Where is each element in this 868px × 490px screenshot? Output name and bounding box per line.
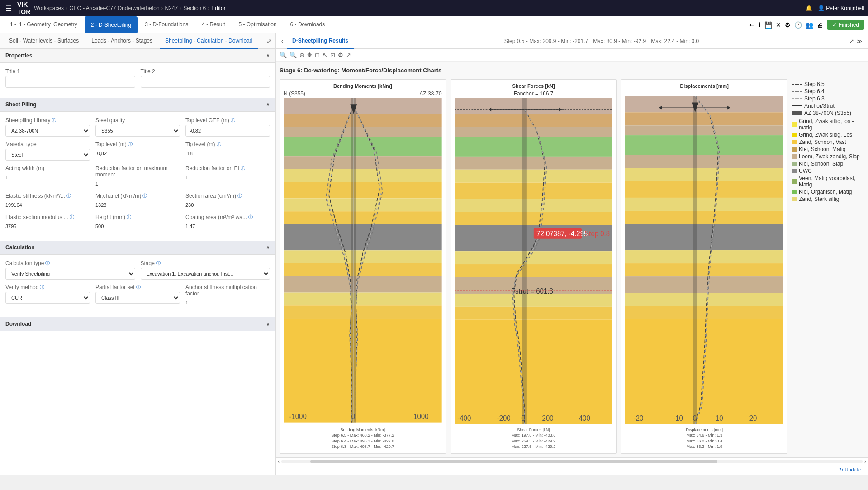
- zoom-reset-icon[interactable]: ⊕: [299, 52, 304, 58]
- tab-geometry[interactable]: 1 - 1 - GeometryGeometry: [4, 16, 84, 33]
- hamburger-icon[interactable]: ☰: [4, 2, 14, 14]
- elastic-section-mod-info[interactable]: ⓘ: [70, 214, 74, 220]
- right-expand-icon[interactable]: ⤢: [849, 38, 854, 44]
- breadcrumb-n247[interactable]: N247: [165, 5, 178, 11]
- scroll-right-icon[interactable]: ›: [864, 458, 866, 465]
- sheetpiling-content: Sheetpiling Library ⓘ AZ 38-700N Steel q…: [0, 112, 275, 241]
- right-nav-prev[interactable]: ‹: [281, 38, 283, 44]
- title2-field: Title 2: [141, 68, 270, 88]
- material-type-select[interactable]: Steel: [5, 149, 90, 161]
- tab-result[interactable]: 4 - Result: [195, 16, 231, 33]
- mr-charel-info[interactable]: ⓘ: [142, 193, 147, 199]
- subtab-sheetpiling[interactable]: Sheetpiling - Calculation - Download: [160, 33, 258, 49]
- refresh-icon[interactable]: ↩: [749, 21, 755, 29]
- settings-icon[interactable]: ⚙: [785, 21, 791, 29]
- zoom-minus-icon[interactable]: 🔍: [289, 52, 297, 58]
- download-toggle[interactable]: ∨: [266, 321, 270, 327]
- horizontal-scrollbar[interactable]: ‹ ›: [276, 457, 868, 465]
- top-nav: ☰ VIKTOR Workspaces › GEO - Arcadie-C77 …: [0, 0, 868, 16]
- svg-rect-65: [625, 263, 783, 276]
- section-area-info[interactable]: ⓘ: [237, 193, 242, 199]
- library-info-icon[interactable]: ⓘ: [52, 117, 56, 124]
- partial-factor-select[interactable]: Class III: [95, 292, 180, 304]
- bm-stats: Bending Moments [kNm] Step 6.5 - Max: 46…: [284, 427, 442, 450]
- legend-klei-matig: Klei, Schoon, Matig: [792, 146, 864, 152]
- nav-right: 🔔 👤 Peter Konijnbelt: [806, 5, 864, 11]
- calc-type-info[interactable]: ⓘ: [45, 260, 50, 266]
- partial-factor-info[interactable]: ⓘ: [136, 284, 141, 290]
- export-icon[interactable]: ↗: [346, 52, 351, 58]
- scroll-thumb[interactable]: [310, 460, 717, 463]
- tip-level-info[interactable]: ⓘ: [217, 141, 221, 147]
- pan-icon[interactable]: ✥: [307, 52, 312, 58]
- top-level-info[interactable]: ⓘ: [128, 141, 133, 147]
- verify-method-select[interactable]: CUR: [5, 292, 90, 304]
- tab-downloads[interactable]: 6 - Downloads: [284, 16, 332, 33]
- top-level-gef-info[interactable]: ⓘ: [231, 117, 235, 124]
- finished-button[interactable]: ✓ Finished: [827, 20, 864, 30]
- elastic-stiffness-value: 199164: [5, 200, 90, 209]
- subtab-soil[interactable]: Soil - Water levels - Surfaces: [4, 33, 84, 49]
- stage-select[interactable]: Excavation 1, Excavation anchor, Inst...: [141, 268, 270, 280]
- expand-icon[interactable]: ⤢: [266, 38, 272, 45]
- sheetpiling-toggle[interactable]: ∧: [266, 101, 270, 108]
- tab-d-foundations[interactable]: 3 - D-Foundations: [138, 16, 194, 33]
- history-icon[interactable]: 🕐: [794, 21, 802, 29]
- cursor-icon[interactable]: ↖: [323, 52, 327, 58]
- verify-method-info[interactable]: ⓘ: [40, 284, 44, 290]
- scroll-left-icon[interactable]: ‹: [278, 458, 280, 465]
- snap-icon[interactable]: ⊡: [330, 52, 335, 58]
- elastic-stiffness-info[interactable]: ⓘ: [66, 193, 71, 199]
- properties-section-header[interactable]: Properties ∧: [0, 49, 275, 63]
- download-section-header[interactable]: Download ∨: [0, 317, 275, 331]
- notifications-icon[interactable]: 🔔: [806, 5, 812, 11]
- library-select[interactable]: AZ 38-700N: [5, 125, 90, 137]
- reduction-ei-info[interactable]: ⓘ: [241, 165, 245, 171]
- height-info[interactable]: ⓘ: [127, 214, 131, 220]
- svg-rect-11: [284, 263, 442, 276]
- subtab-loads[interactable]: Loads - Anchors - Stages: [86, 33, 158, 49]
- title2-input[interactable]: [141, 76, 270, 88]
- calculation-section-header[interactable]: Calculation ∧: [0, 241, 275, 255]
- svg-rect-2: [284, 127, 442, 137]
- stage-info[interactable]: ⓘ: [156, 260, 161, 266]
- user-avatar[interactable]: 👤 Peter Konijnbelt: [818, 5, 864, 11]
- info-icon[interactable]: ℹ: [759, 21, 761, 29]
- svg-rect-33: [455, 251, 613, 264]
- scroll-track[interactable]: [281, 460, 863, 463]
- breadcrumb-workspaces[interactable]: Workspaces: [34, 5, 64, 11]
- select-icon[interactable]: ◻: [315, 52, 320, 58]
- delete-icon[interactable]: ✕: [776, 21, 781, 29]
- legend-zand-sterk: Zand, Sterk siltig: [792, 196, 864, 202]
- steel-quality-select[interactable]: S355: [95, 125, 180, 137]
- properties-toggle[interactable]: ∧: [266, 52, 270, 59]
- save-icon[interactable]: 💾: [764, 21, 772, 29]
- update-button[interactable]: ↻ Update: [835, 466, 864, 474]
- displacements-svg: -20 -10 0 10 20: [625, 96, 783, 424]
- legend-klei-org: Klei, Organisch, Matig: [792, 189, 864, 195]
- share-icon[interactable]: 👥: [806, 21, 813, 29]
- legend-step64: Step 6.4: [792, 88, 864, 95]
- shear-forces-title: Shear Forces [kN]: [455, 83, 613, 89]
- svg-text:0: 0: [351, 412, 355, 420]
- top-level-value: -0,82: [95, 149, 180, 158]
- settings2-icon[interactable]: ⚙: [338, 52, 343, 58]
- right-tab-results[interactable]: D-Sheetpiling Results: [287, 33, 354, 49]
- breadcrumb-project[interactable]: GEO - Arcadie-C77 Onderwaterbeton: [69, 5, 159, 11]
- title1-input[interactable]: [5, 76, 135, 88]
- zoom-plus-icon[interactable]: 🔍: [280, 52, 287, 58]
- calculation-toggle[interactable]: ∧: [266, 244, 270, 251]
- tab-optimisation[interactable]: 5 - Optimisation: [232, 16, 283, 33]
- tab-d-sheetpiling[interactable]: 2 - D-Sheetpiling: [85, 16, 138, 33]
- calc-type-select[interactable]: Verify Sheetpiling: [5, 268, 135, 280]
- top-level-gef-input[interactable]: [185, 125, 270, 137]
- breadcrumb-section6[interactable]: Section 6: [183, 5, 206, 11]
- coating-area-info[interactable]: ⓘ: [248, 214, 253, 220]
- svg-rect-56: [625, 125, 783, 135]
- print-icon[interactable]: 🖨: [817, 21, 823, 29]
- svg-text:20: 20: [749, 414, 757, 422]
- sheetpiling-section-header[interactable]: Sheet Piling ∧: [0, 98, 275, 112]
- right-close-icon[interactable]: ≫: [857, 38, 863, 44]
- svg-rect-28: [455, 170, 613, 183]
- svg-rect-31: [455, 212, 613, 225]
